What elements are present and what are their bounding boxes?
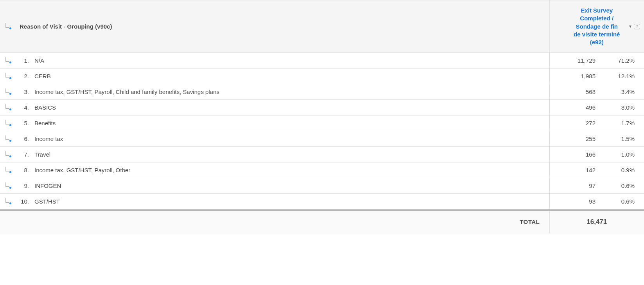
breakdown-icon bbox=[5, 88, 12, 94]
row-label: Income tax bbox=[31, 131, 549, 147]
row-label: N/A bbox=[31, 53, 549, 69]
row-percent: 1.0% bbox=[600, 147, 644, 162]
row-label: CERB bbox=[31, 69, 549, 84]
row-value: 97 bbox=[549, 178, 600, 194]
breakdown-icon bbox=[5, 104, 12, 110]
row-rank: 10. bbox=[16, 194, 31, 209]
row-percent: 1.7% bbox=[600, 115, 644, 131]
row-rank: 9. bbox=[16, 178, 31, 194]
row-breakdown-icon-cell[interactable] bbox=[0, 131, 16, 147]
metric-header-link[interactable]: Exit Survey Completed / Sondage de fin d… bbox=[573, 7, 620, 46]
row-rank: 2. bbox=[16, 69, 31, 84]
row-value: 11,729 bbox=[549, 53, 600, 69]
row-percent: 0.6% bbox=[600, 178, 644, 194]
total-label: TOTAL bbox=[0, 211, 549, 233]
row-label: Travel bbox=[31, 147, 549, 162]
table-row[interactable]: 8.Income tax, GST/HST, Payroll, Other142… bbox=[0, 162, 644, 178]
row-label: GST/HST bbox=[31, 194, 549, 209]
row-breakdown-icon-cell[interactable] bbox=[0, 147, 16, 162]
breakdown-icon bbox=[5, 198, 12, 204]
row-breakdown-icon-cell[interactable] bbox=[0, 53, 16, 69]
breakdown-icon bbox=[5, 135, 12, 141]
breakdown-icon bbox=[5, 182, 12, 188]
table-row[interactable]: 4.BASICS4963.0% bbox=[0, 100, 644, 115]
breakdown-icon bbox=[5, 23, 12, 29]
row-percent: 0.6% bbox=[600, 194, 644, 209]
row-label: Benefits bbox=[31, 115, 549, 131]
table-row[interactable]: 7.Travel1661.0% bbox=[0, 147, 644, 162]
row-percent: 3.4% bbox=[600, 84, 644, 100]
row-rank: 3. bbox=[16, 84, 31, 100]
total-value: 16,471 bbox=[549, 211, 644, 233]
table-row[interactable]: 3.Income tax, GST/HST, Payroll, Child an… bbox=[0, 84, 644, 100]
row-rank: 7. bbox=[16, 147, 31, 162]
row-value: 272 bbox=[549, 115, 600, 131]
metric-header-controls: ▼ ? bbox=[628, 24, 640, 29]
row-label: Income tax, GST/HST, Payroll, Child and … bbox=[31, 84, 549, 100]
row-breakdown-icon-cell[interactable] bbox=[0, 100, 16, 115]
table-row[interactable]: 9.INFOGEN970.6% bbox=[0, 178, 644, 194]
row-value: 166 bbox=[549, 147, 600, 162]
row-breakdown-icon-cell[interactable] bbox=[0, 84, 16, 100]
table-row[interactable]: 6.Income tax2551.5% bbox=[0, 131, 644, 147]
row-percent: 71.2% bbox=[600, 53, 644, 69]
row-percent: 12.1% bbox=[600, 69, 644, 84]
table-row[interactable]: 5.Benefits2721.7% bbox=[0, 115, 644, 131]
row-breakdown-icon-cell[interactable] bbox=[0, 69, 16, 84]
breakdown-icon bbox=[5, 119, 12, 126]
row-value: 568 bbox=[549, 84, 600, 100]
row-rank: 1. bbox=[16, 53, 31, 69]
row-breakdown-icon-cell[interactable] bbox=[0, 178, 16, 194]
row-breakdown-icon-cell[interactable] bbox=[0, 115, 16, 131]
breakdown-icon bbox=[5, 166, 12, 173]
dimension-header[interactable]: Reason of Visit - Grouping (v90c) bbox=[16, 0, 549, 53]
row-percent: 1.5% bbox=[600, 131, 644, 147]
breakdown-icon bbox=[5, 72, 12, 79]
row-rank: 6. bbox=[16, 131, 31, 147]
help-icon[interactable]: ? bbox=[634, 24, 640, 29]
row-breakdown-icon-cell[interactable] bbox=[0, 194, 16, 209]
row-percent: 0.9% bbox=[600, 162, 644, 178]
row-label: BASICS bbox=[31, 100, 549, 115]
row-value: 255 bbox=[549, 131, 600, 147]
breakdown-icon bbox=[5, 151, 12, 157]
row-breakdown-icon-cell[interactable] bbox=[0, 162, 16, 178]
row-rank: 4. bbox=[16, 100, 31, 115]
row-label: INFOGEN bbox=[31, 178, 549, 194]
table-row[interactable]: 10.GST/HST930.6% bbox=[0, 194, 644, 209]
total-row: TOTAL16,471 bbox=[0, 211, 644, 233]
row-rank: 5. bbox=[16, 115, 31, 131]
table-row[interactable]: 1.N/A11,72971.2% bbox=[0, 53, 644, 69]
metric-header[interactable]: Exit Survey Completed / Sondage de fin d… bbox=[549, 0, 644, 53]
breakdown-icon bbox=[5, 57, 12, 63]
header-breakdown-icon-cell[interactable] bbox=[0, 0, 16, 53]
sort-descending-icon[interactable]: ▼ bbox=[628, 24, 632, 29]
report-table: Reason of Visit - Grouping (v90c) Exit S… bbox=[0, 0, 644, 233]
row-value: 1,985 bbox=[549, 69, 600, 84]
row-percent: 3.0% bbox=[600, 100, 644, 115]
row-value: 142 bbox=[549, 162, 600, 178]
row-value: 496 bbox=[549, 100, 600, 115]
row-value: 93 bbox=[549, 194, 600, 209]
row-rank: 8. bbox=[16, 162, 31, 178]
dimension-header-label: Reason of Visit - Grouping (v90c) bbox=[20, 23, 112, 30]
table-header-row: Reason of Visit - Grouping (v90c) Exit S… bbox=[0, 0, 644, 53]
row-label: Income tax, GST/HST, Payroll, Other bbox=[31, 162, 549, 178]
table-row[interactable]: 2.CERB1,98512.1% bbox=[0, 69, 644, 84]
